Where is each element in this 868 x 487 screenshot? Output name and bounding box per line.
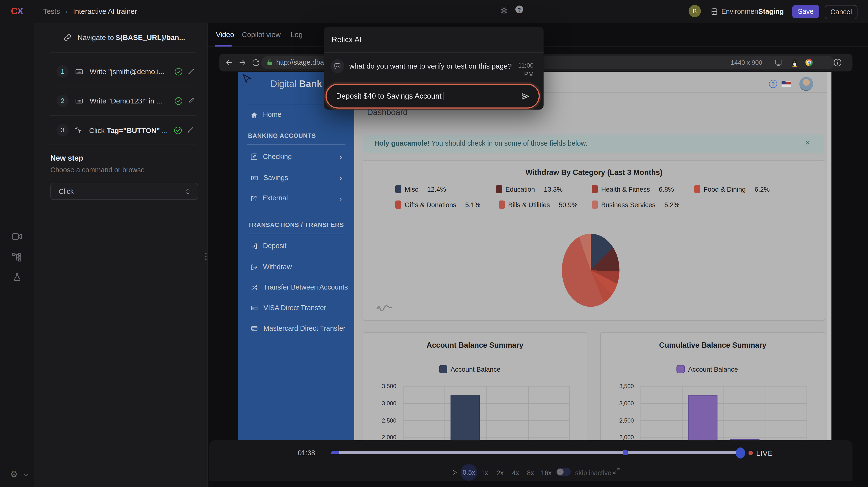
reload-icon[interactable] — [252, 59, 259, 66]
tab-log[interactable]: Log — [290, 31, 303, 39]
live-label: LIVE — [756, 449, 773, 457]
tab-copilot-view[interactable]: Copilot view — [242, 31, 281, 39]
scrollbar[interactable] — [827, 72, 831, 440]
timeline-handle[interactable] — [736, 448, 745, 459]
video-camera-icon[interactable] — [11, 233, 22, 241]
legend-item[interactable]: Business Services5.2% — [592, 201, 679, 209]
bank-nav-home[interactable]: Home — [250, 111, 281, 119]
us-flag-icon[interactable] — [781, 81, 791, 87]
legend-item[interactable]: Gifts & Donations5.1% — [395, 201, 480, 209]
info-icon[interactable] — [833, 58, 842, 67]
step-row-1[interactable]: 1 Write "jsmith@demo.i... — [56, 65, 194, 78]
legend-item[interactable]: Misc12.4% — [395, 185, 446, 193]
speed-8x[interactable]: 8x — [527, 469, 534, 477]
environment-value[interactable]: Staging — [758, 8, 784, 16]
chevron-right-icon: › — [339, 152, 342, 161]
video-viewport[interactable]: Digital Bank Home BANKING ACCOUNTS Check… — [238, 72, 831, 440]
step-row-2[interactable]: 2 Write "Demo123!" in ... — [56, 95, 194, 107]
alert-bold: Holy guacamole! — [374, 140, 430, 147]
app-logo[interactable]: CX — [0, 0, 34, 23]
chat-timestamp: 11:00PM — [508, 61, 533, 79]
monitor-icon[interactable] — [775, 59, 783, 66]
toggle-knob — [557, 468, 563, 475]
play-icon[interactable] — [451, 468, 458, 476]
edit-pencil-icon[interactable] — [187, 127, 194, 133]
bank-user-avatar[interactable] — [800, 77, 813, 91]
step-label: Write "jsmith@demo.i... — [90, 67, 171, 75]
legend-item[interactable]: Account Balance — [439, 365, 501, 373]
keyboard-icon — [75, 68, 84, 75]
bank-help-icon[interactable]: ? — [769, 80, 777, 88]
timeline-track[interactable] — [331, 451, 744, 454]
step-success-icon — [175, 67, 183, 75]
speed-16x[interactable]: 16x — [541, 469, 552, 477]
bank-nav-visa[interactable]: VISA Direct Transfer — [250, 304, 326, 312]
edit-pencil-icon[interactable] — [188, 68, 194, 74]
app-window: CX Tests › Interactive AI trainer ? B En… — [0, 0, 868, 487]
help-icon[interactable]: ? — [516, 6, 523, 13]
tab-video[interactable]: Video — [216, 31, 234, 39]
bank-nav-transfer[interactable]: Transfer Between Accounts — [250, 283, 348, 291]
divider — [324, 52, 544, 53]
step-label-suffix: ... — [160, 126, 168, 134]
bank-nav-savings[interactable]: Savings — [250, 174, 288, 182]
alert-banner: Holy guacamole! You should check in on s… — [363, 134, 824, 153]
bank-nav-mastercard[interactable]: Mastercard Direct Transfer — [250, 325, 345, 332]
linux-penguin-icon[interactable] — [791, 59, 798, 67]
alert-close-icon[interactable]: ✕ — [805, 139, 810, 147]
navigate-step[interactable]: Navigate to ${BASE_URL}/ban... — [64, 33, 185, 41]
bar-account-balance[interactable] — [451, 395, 480, 440]
bank-nav-checking[interactable]: Checking — [250, 153, 292, 161]
bug-icon[interactable] — [500, 6, 508, 15]
timeline-marker[interactable] — [623, 450, 628, 455]
bar-chart-title: Account Balance Summary — [363, 341, 587, 349]
fullscreen-icon[interactable] — [612, 467, 620, 475]
user-avatar[interactable]: B — [688, 5, 701, 17]
breadcrumb-separator: › — [65, 7, 68, 16]
step-row-3[interactable]: 3 Click Tag="BUTTON" ... — [56, 124, 194, 136]
bank-nav-deposit[interactable]: Deposit — [250, 242, 286, 250]
speed-4x[interactable]: 4x — [512, 469, 519, 477]
navigate-step-prefix: Navigate to — [78, 33, 116, 41]
cursor-click-icon — [75, 126, 83, 134]
steps-panel: Navigate to ${BASE_URL}/ban... 1 Write "… — [34, 23, 207, 487]
speed-1x[interactable]: 1x — [481, 469, 488, 477]
ai-prompt-value: Deposit $40 to Savings Account — [336, 92, 441, 100]
edit-pencil-icon[interactable] — [188, 97, 194, 104]
chat-message: what do you want me to verify or test on… — [349, 62, 512, 70]
chevron-down-icon[interactable] — [23, 473, 29, 477]
ai-prompt-input[interactable]: Deposit $40 to Savings Account — [326, 84, 540, 109]
sitemap-icon[interactable] — [11, 252, 22, 262]
flask-icon[interactable] — [13, 272, 22, 282]
bank-nav-external[interactable]: External — [250, 194, 288, 202]
chevron-right-icon: › — [339, 194, 342, 203]
home-icon — [250, 111, 258, 118]
bank-nav-withdraw[interactable]: Withdraw — [250, 263, 292, 271]
step-number: 1 — [56, 65, 68, 78]
speed-0-5x-active[interactable]: 0.5x — [461, 464, 477, 481]
save-button[interactable]: Save — [792, 5, 819, 19]
legend-item[interactable]: Bills & Utilities50.9% — [499, 201, 578, 209]
money-icon — [250, 174, 258, 181]
y-tick: 2,500 — [374, 417, 396, 424]
bar-account-balance[interactable] — [688, 395, 717, 440]
send-icon[interactable] — [521, 92, 530, 100]
breadcrumb-tests[interactable]: Tests — [43, 7, 60, 16]
back-icon[interactable] — [225, 59, 233, 66]
legend-item[interactable]: Food & Dining6.2% — [694, 185, 770, 193]
settings-gear-icon[interactable]: ⚙ — [10, 469, 18, 480]
legend-item[interactable]: Account Balance — [676, 365, 738, 373]
forward-icon[interactable] — [239, 59, 246, 66]
mouse-cursor-icon — [242, 73, 254, 85]
legend-item[interactable]: Health & Fitness6.8% — [592, 185, 674, 193]
speed-2x[interactable]: 2x — [496, 469, 503, 477]
chat-bubble-icon — [334, 62, 341, 70]
chrome-browser-icon[interactable] — [806, 59, 813, 66]
cancel-button[interactable]: Cancel — [825, 5, 858, 20]
playback-time: 01:38 — [298, 449, 315, 457]
command-select[interactable]: Click — [51, 183, 198, 200]
pie-chart-card: Withdraw By Category (Last 3 Months) Mis… — [363, 160, 826, 321]
y-tick: 2,000 — [374, 434, 396, 440]
skip-inactive-toggle[interactable] — [556, 468, 570, 476]
legend-item[interactable]: Education13.3% — [496, 185, 563, 193]
